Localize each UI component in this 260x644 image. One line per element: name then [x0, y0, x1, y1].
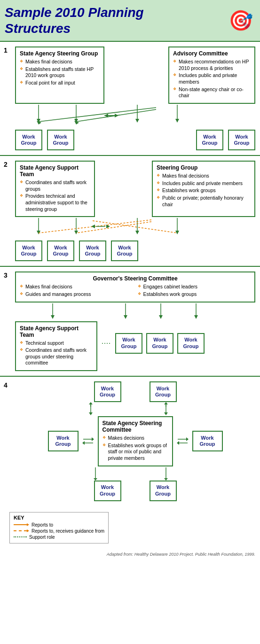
s2-steering-item-4: Public or private; potentially honorary … — [157, 195, 251, 208]
svg-marker-33 — [124, 315, 127, 319]
s2-connectors — [15, 217, 208, 241]
s2-wg-2: WorkGroup — [47, 241, 74, 261]
key-section: KEY Reports to Reports to, receives guid… — [9, 512, 109, 543]
section-2: 2 State Agency Support Team Coordinates … — [0, 156, 260, 266]
s3-gov-item-3: Engages cabinet leaders — [138, 284, 251, 290]
s4-wg-left: WorkGroup — [48, 431, 79, 451]
s1-steering-item-2: Establishes and staffs state HP 2010 wor… — [20, 66, 100, 79]
s3-dotted-line — [102, 342, 111, 344]
s1-wg-3: WorkGroup — [196, 130, 223, 150]
section-4-number: 4 — [4, 381, 8, 389]
s4-right-arrows — [177, 436, 189, 446]
s1-advisory-list: Makes recommendations on HP 2010 process… — [173, 59, 251, 99]
svg-marker-50 — [82, 441, 85, 445]
s4-wg-top-2: WorkGroup — [150, 381, 177, 402]
s1-advisory-box: Advisory Committee Makes recommendations… — [168, 47, 255, 104]
s4-wg-right: WorkGroup — [192, 431, 223, 451]
s2-support-box: State Agency Support Team Coordinates an… — [15, 161, 95, 217]
svg-marker-42 — [89, 402, 93, 404]
svg-marker-44 — [164, 412, 168, 415]
s2-wg-1: WorkGroup — [15, 241, 42, 261]
s1-steering-list: Makes final decisions Establishes and st… — [20, 59, 100, 86]
svg-marker-35 — [159, 315, 163, 319]
s3-gov-item-4: Establishes work groups — [138, 291, 251, 298]
s2-steering-list: Makes final decisions Includes public an… — [157, 173, 251, 208]
s4-bottom-connectors — [53, 466, 218, 481]
s2-wg-4: WorkGroup — [111, 241, 138, 261]
s2-wg-3: WorkGroup — [79, 241, 106, 261]
section-1: 1 State Agency Steering Group Makes fina… — [0, 42, 260, 155]
s2-steering-title: Steering Group — [157, 164, 251, 171]
key-item-reports-guidance: Reports to, receives guidance from — [14, 528, 104, 534]
s3-wg-2: WorkGroup — [146, 333, 173, 354]
s1-steering-box: State Agency Steering Group Makes final … — [15, 47, 104, 104]
title-icon: 🎯 — [228, 9, 253, 32]
s3-governor-list-right: Engages cabinet leaders Establishes work… — [138, 284, 251, 298]
svg-marker-7 — [175, 119, 179, 123]
s1-wg-2: WorkGroup — [47, 130, 74, 150]
s3-support-title: State Agency Support Team — [20, 325, 93, 338]
title-section: Sample 2010 Planning Structures 🎯 — [0, 0, 260, 41]
s4-steering-list: Makes decisions Establishes work groups … — [102, 435, 168, 462]
svg-marker-19 — [74, 231, 78, 234]
svg-marker-5 — [135, 119, 139, 123]
s2-steering-box: Steering Group Makes final decisions Inc… — [152, 161, 255, 217]
s3-support-item-1: Technical support — [20, 340, 93, 347]
s1-wg-4: WorkGroup — [228, 130, 255, 150]
key-item-reports-to: Reports to — [14, 522, 104, 528]
section-4: 4 WorkGroup WorkGroup WorkGroup — [0, 377, 260, 506]
s1-wg-1: WorkGroup — [15, 130, 42, 150]
svg-line-26 — [93, 221, 177, 233]
s3-governor-title: Governor's Steering Committee — [20, 275, 251, 282]
s4-middle-row: WorkGroup State Agency Steering Committe… — [15, 416, 255, 466]
s2-support-item-1: Coordinates and staffs work groups — [20, 179, 90, 192]
svg-marker-37 — [194, 315, 198, 319]
s2-steering-item-2: Includes public and private members — [157, 180, 251, 187]
s1-steering-item-3: Focal point for all input — [20, 80, 100, 86]
svg-marker-46 — [164, 402, 168, 404]
s2-support-item-2: Provides technical and administrative su… — [20, 193, 90, 212]
s3-gov-item-1: Makes final decisions — [20, 284, 133, 290]
key-label-3: Support role — [29, 535, 55, 540]
s2-support-list: Coordinates and staffs work groups Provi… — [20, 179, 90, 212]
section-3-number: 3 — [4, 272, 8, 279]
key-label-2: Reports to, receives guidance from — [32, 528, 104, 534]
key-item-support: Support role — [14, 535, 104, 540]
svg-marker-48 — [92, 437, 94, 441]
key-title: KEY — [14, 515, 104, 520]
s3-governor-box: Governor's Steering Committee Makes fina… — [15, 272, 255, 302]
footer: Adapted from: Healthy Delaware 2010 Proj… — [0, 550, 260, 559]
s4-left-arrows — [82, 436, 94, 446]
s3-wg-3: WorkGroup — [177, 333, 205, 354]
svg-marker-40 — [89, 412, 93, 415]
s1-connectors — [15, 104, 203, 130]
title-text: Sample 2010 Planning Structures — [5, 5, 144, 36]
s1-steering-item-1: Makes final decisions — [20, 59, 100, 65]
s1-advisory-item-2: Includes public and private members — [173, 72, 251, 85]
s3-wg-1: WorkGroup — [115, 333, 142, 354]
s3-gov-item-2: Guides and manages process — [20, 291, 133, 298]
s1-advisory-title: Advisory Committee — [173, 50, 251, 57]
s4-steering-item-1: Makes decisions — [102, 435, 168, 442]
s1-workgroups: WorkGroup WorkGroup WorkGroup WorkGroup — [15, 130, 255, 150]
s3-support-list: Technical support Coordinates and staffs… — [20, 340, 93, 367]
key-label-1: Reports to — [32, 522, 53, 528]
svg-marker-21 — [135, 231, 139, 234]
s4-top-connectors — [53, 402, 218, 416]
s3-support-item-2: Coordinates and staffs work groups under… — [20, 347, 93, 366]
s3-wg-row: WorkGroup WorkGroup WorkGroup — [102, 333, 205, 354]
s4-wg-bottom-2: WorkGroup — [150, 481, 177, 501]
s4-steering-box: State Agency Steering Committee Makes de… — [98, 416, 173, 466]
s1-advisory-item-1: Makes recommendations on HP 2010 process… — [173, 59, 251, 71]
section-1-number: 1 — [4, 47, 8, 54]
s2-workgroups: WorkGroup WorkGroup WorkGroup WorkGroup — [15, 241, 255, 261]
s4-steering-title: State Agency Steering Committee — [102, 420, 168, 433]
s3-top-connectors — [15, 303, 208, 321]
s1-advisory-item-3: Non-state agency chair or co-chair — [173, 86, 251, 99]
section-3: 3 Governor's Steering Committee Makes fi… — [0, 267, 260, 376]
s3-support-box: State Agency Support Team Technical supp… — [15, 321, 97, 372]
s3-governor-list-left: Makes final decisions Guides and manages… — [20, 284, 133, 298]
s2-steering-item-1: Makes final decisions — [157, 173, 251, 179]
section-2-number: 2 — [4, 161, 8, 168]
s4-wg-bottom-1: WorkGroup — [94, 481, 121, 501]
